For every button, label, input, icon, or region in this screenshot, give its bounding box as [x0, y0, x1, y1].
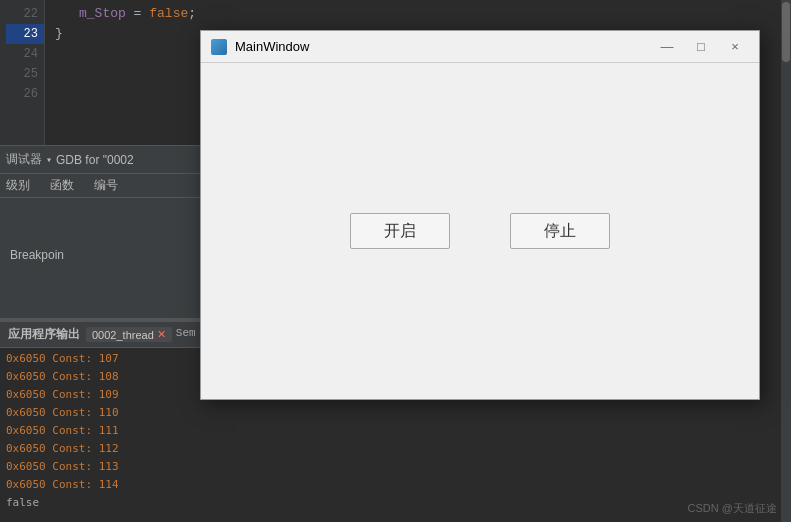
window-body: 开启 停止: [201, 63, 759, 399]
output-line-4: 0x6050 Const: 111: [6, 422, 204, 440]
output-line-6: 0x6050 Const: 113: [6, 458, 204, 476]
minimize-button[interactable]: —: [653, 37, 681, 57]
output-header: 应用程序输出 0002_thread ✕ Sem: [0, 322, 210, 348]
close-button[interactable]: ×: [721, 37, 749, 57]
line-num-25: 25: [6, 64, 38, 84]
right-scrollbar[interactable]: [781, 0, 791, 522]
col-level: 级别: [6, 177, 30, 194]
col-function: 函数: [50, 177, 74, 194]
output-line-0: 0x6050 Const: 107: [6, 350, 204, 368]
output-line-7: 0x6050 Const: 114: [6, 476, 204, 494]
ide-background: 22 23 24 25 26 m_Stop = false ; } 调试器: [0, 0, 791, 522]
output-tab-thread[interactable]: 0002_thread ✕: [86, 327, 172, 342]
watermark: CSDN @天道征途: [688, 501, 777, 516]
debugger-panel: 调试器 ▾ GDB for "0002 级别 函数 编号 Breakpoin: [0, 145, 210, 320]
debugger-header: 调试器 ▾ GDB for "0002: [0, 146, 210, 174]
code-line-22: m_Stop = false ;: [55, 4, 781, 24]
output-tab-thread-label: 0002_thread: [92, 329, 154, 341]
stop-button[interactable]: 停止: [510, 213, 610, 249]
window-controls: — □ ×: [653, 37, 749, 57]
output-line-8: false: [6, 494, 204, 512]
scrollbar-thumb[interactable]: [782, 2, 790, 62]
debugger-content: Breakpoin: [0, 198, 210, 270]
output-tab-sem[interactable]: Sem: [176, 327, 196, 342]
output-title: 应用程序输出: [8, 326, 80, 343]
output-line-2: 0x6050 Const: 109: [6, 386, 204, 404]
window-titlebar: MainWindow — □ ×: [201, 31, 759, 63]
kw-false: false: [141, 4, 188, 24]
output-tabs: 0002_thread ✕ Sem: [86, 327, 196, 342]
output-line-1: 0x6050 Const: 108: [6, 368, 204, 386]
debugger-title: 调试器: [6, 151, 42, 168]
gdb-label: GDB for "0002: [56, 153, 134, 167]
debugger-columns: 级别 函数 编号: [0, 174, 210, 198]
output-tab-close-icon[interactable]: ✕: [157, 328, 166, 341]
line-num-23: 23: [6, 24, 44, 44]
output-line-3: 0x6050 Const: 110: [6, 404, 204, 422]
start-button[interactable]: 开启: [350, 213, 450, 249]
line-num-22: 22: [6, 4, 38, 24]
window-app-icon: [211, 39, 227, 55]
breakpoint-row: Breakpoin: [6, 246, 204, 264]
line-num-26: 26: [6, 84, 38, 104]
window-title: MainWindow: [235, 39, 645, 54]
output-content: 0x6050 Const: 107 0x6050 Const: 108 0x60…: [0, 348, 210, 514]
breakpoint-label: Breakpoin: [10, 248, 64, 262]
var-mstop: m_Stop: [79, 4, 126, 24]
debugger-dropdown-icon[interactable]: ▾: [46, 154, 52, 166]
line-num-24: 24: [6, 44, 38, 64]
maximize-button[interactable]: □: [687, 37, 715, 57]
line-numbers: 22 23 24 25 26: [0, 0, 45, 145]
output-line-5: 0x6050 Const: 112: [6, 440, 204, 458]
output-panel: 应用程序输出 0002_thread ✕ Sem 0x6050 Const: 1…: [0, 320, 210, 522]
col-number: 编号: [94, 177, 118, 194]
main-window: MainWindow — □ × 开启 停止: [200, 30, 760, 400]
